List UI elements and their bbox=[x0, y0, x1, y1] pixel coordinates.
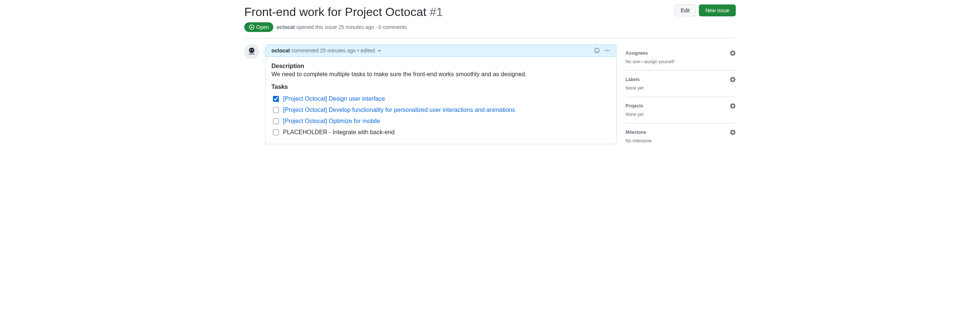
kebab-icon bbox=[604, 47, 610, 54]
new-issue-button-label: New issue bbox=[705, 7, 729, 14]
labels-gear-button[interactable] bbox=[730, 77, 736, 82]
dot-separator: · bbox=[375, 24, 377, 30]
gear-icon bbox=[730, 129, 736, 135]
state-badge: Open bbox=[244, 22, 273, 32]
assignees-gear-button[interactable] bbox=[730, 50, 736, 56]
svg-point-6 bbox=[596, 50, 596, 50]
octocat-avatar-icon bbox=[245, 45, 258, 59]
svg-point-2 bbox=[249, 47, 254, 53]
comment-box: octocat commented 25 minutes ago • edite… bbox=[265, 44, 617, 144]
task-item: [Project Octocat] Design user interface bbox=[271, 93, 610, 104]
milestone-value: No milestone bbox=[625, 138, 736, 144]
gear-icon bbox=[730, 77, 736, 82]
task-label: PLACEHOLDER - Integrate with back-end bbox=[283, 129, 395, 136]
milestone-heading: Milestone bbox=[625, 130, 646, 135]
description-heading: Description bbox=[271, 63, 610, 70]
task-link[interactable]: [Project Octocat] Design user interface bbox=[283, 95, 385, 102]
comments-count: 0 comments bbox=[378, 24, 407, 30]
task-checkbox[interactable] bbox=[273, 129, 279, 135]
projects-heading: Projects bbox=[625, 103, 643, 109]
svg-point-4 bbox=[252, 49, 253, 51]
issue-title: Front-end work for Project Octocat #1 bbox=[244, 5, 443, 19]
kebab-menu-button[interactable] bbox=[604, 47, 610, 54]
svg-point-3 bbox=[250, 49, 251, 51]
new-issue-button[interactable]: New issue bbox=[699, 5, 736, 16]
gear-icon bbox=[730, 103, 736, 109]
comment-time-text: commented 25 minutes ago bbox=[291, 47, 356, 54]
svg-point-0 bbox=[251, 26, 253, 28]
issue-open-icon bbox=[249, 24, 255, 30]
description-text: We need to complete multiple tasks to ma… bbox=[271, 71, 610, 78]
avatar[interactable] bbox=[244, 44, 259, 59]
comment-author-link[interactable]: octocat bbox=[271, 47, 290, 54]
task-link[interactable]: [Project Octocat] Optimize for mobile bbox=[283, 118, 380, 125]
task-checkbox[interactable] bbox=[273, 118, 279, 124]
svg-point-10 bbox=[609, 50, 610, 51]
header-divider bbox=[244, 38, 736, 38]
projects-value: None yet bbox=[625, 112, 736, 117]
projects-gear-button[interactable] bbox=[730, 103, 736, 109]
milestone-gear-button[interactable] bbox=[730, 129, 736, 135]
task-item: PLACEHOLDER - Integrate with back-end bbox=[271, 127, 610, 138]
gear-icon bbox=[730, 50, 736, 56]
opened-text: opened this issue 25 minutes ago bbox=[296, 24, 374, 30]
labels-heading: Labels bbox=[625, 77, 640, 82]
svg-point-9 bbox=[607, 50, 608, 51]
edited-label: edited bbox=[360, 47, 375, 54]
task-item: [Project Octocat] Optimize for mobile bbox=[271, 115, 610, 127]
tasks-heading: Tasks bbox=[271, 84, 610, 90]
edited-dropdown[interactable]: edited bbox=[360, 47, 380, 54]
issue-title-text: Front-end work for Project Octocat bbox=[244, 5, 426, 19]
edit-button-label: Edit bbox=[681, 7, 690, 14]
caret-down-icon bbox=[378, 50, 381, 52]
task-link[interactable]: [Project Octocat] Develop functionality … bbox=[283, 107, 515, 113]
svg-point-5 bbox=[595, 48, 600, 53]
dot-separator: • bbox=[358, 47, 359, 54]
assign-yourself-link[interactable]: No one—assign yourself bbox=[625, 59, 736, 64]
smiley-icon bbox=[594, 47, 600, 54]
issue-author-link[interactable]: octocat bbox=[276, 24, 295, 30]
state-badge-label: Open bbox=[256, 24, 269, 30]
add-reaction-button[interactable] bbox=[594, 47, 600, 54]
assignees-heading: Assignees bbox=[625, 51, 648, 56]
task-checkbox[interactable] bbox=[273, 107, 279, 113]
svg-point-7 bbox=[598, 50, 598, 50]
edit-button[interactable]: Edit bbox=[674, 5, 696, 16]
svg-point-8 bbox=[605, 50, 606, 51]
issue-number: #1 bbox=[430, 5, 443, 19]
labels-value: None yet bbox=[625, 85, 736, 91]
task-item: [Project Octocat] Develop functionality … bbox=[271, 104, 610, 115]
task-checkbox[interactable] bbox=[273, 96, 279, 102]
